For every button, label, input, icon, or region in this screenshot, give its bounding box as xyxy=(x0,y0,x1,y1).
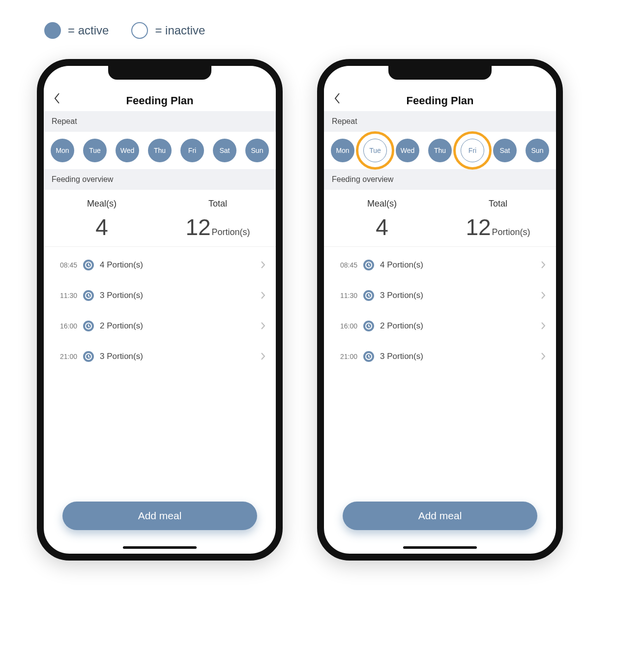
legend-active-label: = active xyxy=(68,24,109,37)
meal-time: 11:30 xyxy=(334,292,357,299)
overview-section-header: Feeding overview xyxy=(44,169,276,190)
chevron-left-icon xyxy=(334,92,341,104)
meals-col-label: Meal(s) xyxy=(324,199,440,209)
meal-row[interactable]: 08:45 4 Portion(s) xyxy=(330,250,550,280)
day-tue[interactable]: Tue xyxy=(363,139,387,162)
phone-right: Feeding Plan Repeat Mon Tue Wed Thu Fri … xyxy=(317,59,563,561)
meal-portions: 4 Portion(s) xyxy=(100,260,255,270)
meal-portions: 3 Portion(s) xyxy=(380,352,535,361)
day-sun[interactable]: Sun xyxy=(526,139,549,162)
screen-right: Feeding Plan Repeat Mon Tue Wed Thu Fri … xyxy=(324,66,556,554)
day-wed[interactable]: Wed xyxy=(396,139,419,162)
legend-inactive-label: = inactive xyxy=(155,24,205,37)
meal-time: 08:45 xyxy=(54,261,77,269)
day-sat[interactable]: Sat xyxy=(213,139,236,162)
divider xyxy=(324,246,556,247)
day-fri[interactable]: Fri xyxy=(461,139,484,162)
phone-notch xyxy=(108,66,211,80)
meals-count: 4 xyxy=(95,216,108,238)
chevron-right-icon xyxy=(541,353,546,360)
back-button[interactable] xyxy=(54,92,64,103)
meal-time: 08:45 xyxy=(334,261,357,269)
total-value: 12Portion(s) xyxy=(466,216,530,238)
back-button[interactable] xyxy=(334,92,345,103)
meals-list: 08:45 4 Portion(s) 11:30 3 Portion(s) 16… xyxy=(44,250,276,372)
feeding-overview: Meal(s) 4 Total 12Portion(s) xyxy=(324,190,556,243)
repeat-section-header: Repeat xyxy=(44,111,276,132)
screen-left: Feeding Plan Repeat Mon Tue Wed Thu Fri … xyxy=(44,66,276,554)
total-col-label: Total xyxy=(160,199,276,209)
divider xyxy=(44,246,276,247)
meal-portions: 4 Portion(s) xyxy=(380,260,535,270)
day-mon[interactable]: Mon xyxy=(331,139,354,162)
meal-time: 16:00 xyxy=(334,322,357,330)
meal-row[interactable]: 11:30 3 Portion(s) xyxy=(330,280,550,311)
clock-icon xyxy=(83,321,94,331)
overview-section-header: Feeding overview xyxy=(324,169,556,190)
meal-row[interactable]: 16:00 2 Portion(s) xyxy=(50,311,270,341)
meal-portions: 3 Portion(s) xyxy=(100,352,255,361)
home-indicator xyxy=(403,546,477,549)
meal-portions: 2 Portion(s) xyxy=(100,321,255,331)
chevron-right-icon xyxy=(261,261,266,269)
legend-inactive-swatch xyxy=(131,22,148,39)
clock-icon xyxy=(363,321,374,331)
meal-row[interactable]: 16:00 2 Portion(s) xyxy=(330,311,550,341)
repeat-days: Mon Tue Wed Thu Fri Sat Sun xyxy=(44,132,276,169)
day-tue[interactable]: Tue xyxy=(83,139,107,162)
meal-portions: 2 Portion(s) xyxy=(380,321,535,331)
meals-col-label: Meal(s) xyxy=(44,199,160,209)
clock-icon xyxy=(83,290,94,301)
meals-list: 08:45 4 Portion(s) 11:30 3 Portion(s) 16… xyxy=(324,250,556,372)
feeding-overview: Meal(s) 4 Total 12Portion(s) xyxy=(44,190,276,243)
day-thu[interactable]: Thu xyxy=(148,139,172,162)
clock-icon xyxy=(363,351,374,362)
meals-count: 4 xyxy=(376,216,388,238)
phones-container: Feeding Plan Repeat Mon Tue Wed Thu Fri … xyxy=(37,59,563,561)
meal-row[interactable]: 21:00 3 Portion(s) xyxy=(330,341,550,372)
day-wed[interactable]: Wed xyxy=(116,139,139,162)
add-meal-button[interactable]: Add meal xyxy=(343,502,537,530)
meal-time: 11:30 xyxy=(54,292,77,299)
meal-portions: 3 Portion(s) xyxy=(100,291,255,300)
repeat-section-header: Repeat xyxy=(324,111,556,132)
chevron-left-icon xyxy=(54,92,60,104)
day-sun[interactable]: Sun xyxy=(245,139,269,162)
clock-icon xyxy=(83,351,94,362)
chevron-right-icon xyxy=(261,322,266,330)
legend-active-swatch xyxy=(44,22,61,39)
meal-row[interactable]: 21:00 3 Portion(s) xyxy=(50,341,270,372)
meal-time: 16:00 xyxy=(54,322,77,330)
chevron-right-icon xyxy=(541,261,546,269)
total-value: 12Portion(s) xyxy=(185,216,250,238)
add-meal-button[interactable]: Add meal xyxy=(62,502,257,530)
home-indicator xyxy=(123,546,197,549)
total-unit: Portion(s) xyxy=(492,228,530,237)
chevron-right-icon xyxy=(541,292,546,299)
day-mon[interactable]: Mon xyxy=(51,139,74,162)
repeat-days: Mon Tue Wed Thu Fri Sat Sun xyxy=(324,132,556,169)
page-title: Feeding Plan xyxy=(126,94,194,107)
meal-time: 21:00 xyxy=(54,353,77,360)
meal-row[interactable]: 11:30 3 Portion(s) xyxy=(50,280,270,311)
legend: = active = inactive xyxy=(44,22,205,39)
day-thu[interactable]: Thu xyxy=(428,139,452,162)
clock-icon xyxy=(363,260,374,270)
clock-icon xyxy=(363,290,374,301)
page-title: Feeding Plan xyxy=(407,94,474,107)
chevron-right-icon xyxy=(261,292,266,299)
phone-left: Feeding Plan Repeat Mon Tue Wed Thu Fri … xyxy=(37,59,283,561)
meal-portions: 3 Portion(s) xyxy=(380,291,535,300)
clock-icon xyxy=(83,260,94,270)
day-sat[interactable]: Sat xyxy=(493,139,517,162)
total-unit: Portion(s) xyxy=(212,228,250,237)
meal-time: 21:00 xyxy=(334,353,357,360)
day-fri[interactable]: Fri xyxy=(180,139,204,162)
meal-row[interactable]: 08:45 4 Portion(s) xyxy=(50,250,270,280)
total-col-label: Total xyxy=(440,199,556,209)
chevron-right-icon xyxy=(541,322,546,330)
phone-notch xyxy=(388,66,492,80)
chevron-right-icon xyxy=(261,353,266,360)
